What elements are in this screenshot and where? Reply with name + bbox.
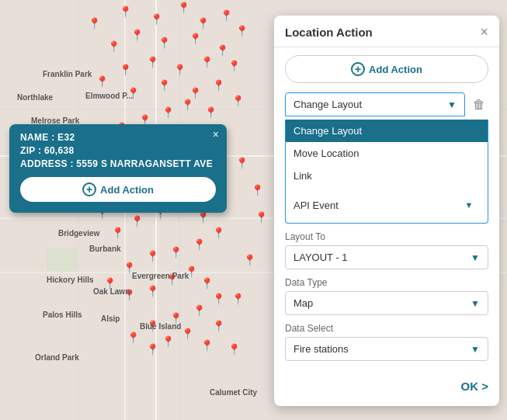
map-pin[interactable]: 📍 xyxy=(150,13,161,27)
map-pin[interactable]: 📍 xyxy=(161,335,172,349)
data-type-chevron: ▼ xyxy=(471,298,480,309)
map-pin[interactable]: 📍 xyxy=(196,17,207,31)
popup-plus-icon: + xyxy=(82,182,96,196)
map-pin[interactable]: 📍 xyxy=(193,238,203,252)
map-pin[interactable]: 📍 xyxy=(88,17,99,31)
map-pin[interactable]: 📍 xyxy=(212,79,223,93)
map-pin[interactable]: 📍 xyxy=(231,95,242,109)
map-label: Burbank xyxy=(89,245,121,253)
map-label: Evergreen Park xyxy=(132,272,189,280)
map-pin[interactable]: 📍 xyxy=(212,293,223,307)
map-pin[interactable]: 📍 xyxy=(127,331,137,345)
location-popup-close[interactable]: × xyxy=(213,129,219,140)
map-label: Calumet City xyxy=(210,388,257,397)
action-type-dropdown[interactable]: Change Layout ▼ xyxy=(285,92,465,116)
map-pin[interactable]: 📍 xyxy=(130,29,141,43)
map-label: Elmwood P... xyxy=(85,92,133,100)
map-label: Northlake xyxy=(17,93,53,102)
map-label: Franklin Park xyxy=(43,70,92,78)
map-pin[interactable]: 📍 xyxy=(119,64,130,78)
panel-body: + Add Action Change Layout ▼ 🗑 Change La… xyxy=(274,47,499,372)
map-pin[interactable]: 📍 xyxy=(255,211,266,225)
map-pin[interactable]: 📍 xyxy=(95,75,106,89)
map-pin[interactable]: 📍 xyxy=(251,184,262,198)
map-pin[interactable]: 📍 xyxy=(111,227,122,241)
menu-item-move-location[interactable]: Move Location xyxy=(286,142,488,165)
map-pin[interactable]: 📍 xyxy=(158,36,168,50)
delete-action-button[interactable]: 🗑 xyxy=(470,95,488,115)
map-pin[interactable]: 📍 xyxy=(235,157,246,171)
map-pin[interactable]: 📍 xyxy=(200,277,211,291)
data-select-value: Fire stations xyxy=(293,343,349,355)
popup-add-action-label: Add Action xyxy=(100,184,154,196)
data-select-dropdown[interactable]: Fire stations ▼ xyxy=(285,337,488,361)
map-pin[interactable]: 📍 xyxy=(196,211,207,225)
map-pin[interactable]: 📍 xyxy=(193,304,203,318)
layout-to-value: LAYOUT - 1 xyxy=(293,252,348,263)
map-pin[interactable]: 📍 xyxy=(231,293,242,307)
action-type-chevron: ▼ xyxy=(447,99,457,110)
map-pin[interactable]: 📍 xyxy=(146,343,157,357)
menu-item-change-layout[interactable]: Change Layout xyxy=(286,120,488,142)
map-label: Alsip xyxy=(101,314,120,323)
ok-button[interactable]: OK > xyxy=(461,380,488,393)
data-type-dropdown[interactable]: Map ▼ xyxy=(285,291,488,315)
map-pin[interactable]: 📍 xyxy=(158,79,168,93)
map-pin[interactable]: 📍 xyxy=(189,33,200,47)
data-select-chevron: ▼ xyxy=(471,344,480,355)
trash-icon: 🗑 xyxy=(473,98,485,111)
location-address: ADDRESS : 5559 S NARRAGANSETT AVE xyxy=(20,158,216,169)
map-pin[interactable]: 📍 xyxy=(235,25,246,39)
map-pin[interactable]: 📍 xyxy=(212,320,223,334)
action-type-selected: Change Layout xyxy=(293,99,362,110)
map-pin[interactable]: 📍 xyxy=(220,9,231,23)
map-pin[interactable]: 📍 xyxy=(212,227,223,241)
map-pin[interactable]: 📍 xyxy=(130,215,141,229)
map-pin[interactable]: 📍 xyxy=(200,339,211,353)
menu-scroll-btn[interactable]: ▼ xyxy=(458,193,480,217)
map-pin[interactable]: 📍 xyxy=(146,56,157,70)
map-pin[interactable]: 📍 xyxy=(200,56,211,70)
layout-to-chevron: ▼ xyxy=(471,252,480,263)
panel-plus-icon: + xyxy=(351,62,365,76)
location-name: NAME : E32 xyxy=(20,132,216,143)
map-pin[interactable]: 📍 xyxy=(173,64,184,78)
map-pin[interactable]: 📍 xyxy=(177,2,188,16)
map-pin[interactable]: 📍 xyxy=(181,99,192,113)
map-pin[interactable]: 📍 xyxy=(181,328,192,342)
panel-add-action-button[interactable]: + Add Action xyxy=(285,55,488,83)
layout-to-dropdown[interactable]: LAYOUT - 1 ▼ xyxy=(285,245,488,269)
panel-header: Location Action × xyxy=(274,16,499,47)
map-label: Palos Hills xyxy=(43,311,82,319)
data-type-label: Data Type xyxy=(285,277,488,288)
panel-add-action-label: Add Action xyxy=(369,64,422,75)
map-pin[interactable]: 📍 xyxy=(146,285,157,299)
ok-button-row: OK > xyxy=(274,372,499,394)
location-zip: ZIP : 60,638 xyxy=(20,145,216,156)
panel-close-button[interactable]: × xyxy=(480,25,488,39)
map-pin[interactable]: 📍 xyxy=(161,106,172,120)
map-label: Oak Lawn xyxy=(93,287,130,296)
panel-title: Location Action xyxy=(285,26,373,39)
map-pin[interactable]: 📍 xyxy=(107,40,118,54)
map-pin[interactable]: 📍 xyxy=(227,60,238,74)
location-popup-add-action-button[interactable]: + Add Action xyxy=(20,177,216,202)
map-pin[interactable]: 📍 xyxy=(146,250,157,264)
map-label: Hickory Hills xyxy=(47,276,94,284)
location-popup: × NAME : E32 ZIP : 60,638 ADDRESS : 5559… xyxy=(9,124,227,213)
location-action-panel: Location Action × + Add Action Change La… xyxy=(274,16,499,406)
menu-item-api-event[interactable]: API Event ▼ xyxy=(286,187,488,223)
map-pin[interactable]: 📍 xyxy=(204,106,215,120)
map-label: Orland Park xyxy=(35,353,79,362)
map-pin[interactable]: 📍 xyxy=(243,254,254,268)
map-label: Blue Island xyxy=(140,322,181,331)
map-label: Bridgeview xyxy=(58,229,99,238)
data-select-label: Data Select xyxy=(285,323,488,334)
action-type-menu: Change Layout Move Location Link API Eve… xyxy=(285,120,488,224)
map-pin[interactable]: 📍 xyxy=(169,246,180,260)
menu-item-link[interactable]: Link xyxy=(286,165,488,187)
map-pin[interactable]: 📍 xyxy=(119,5,130,19)
map-pin[interactable]: 📍 xyxy=(216,44,227,58)
map-pin[interactable]: 📍 xyxy=(227,343,238,357)
data-type-value: Map xyxy=(293,297,313,309)
